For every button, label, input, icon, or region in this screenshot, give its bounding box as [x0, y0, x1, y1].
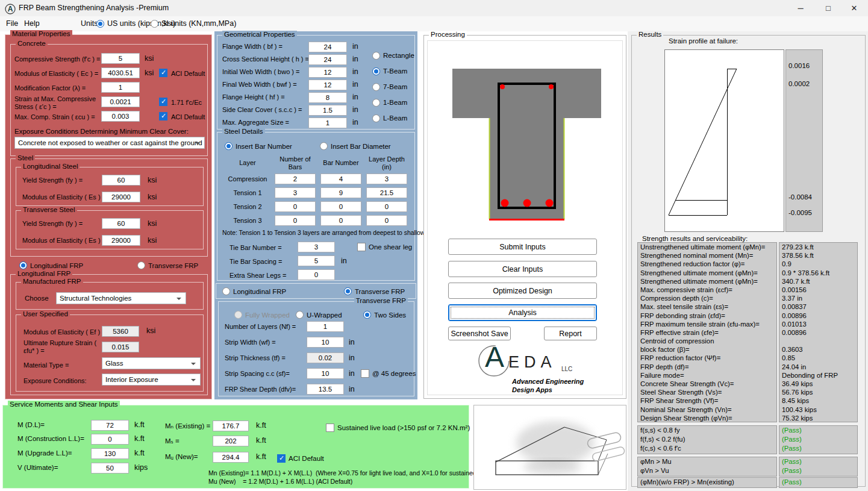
check-label: φMn > Mu [638, 457, 776, 466]
transverse-frp-radio[interactable] [344, 287, 352, 295]
moment-input[interactable]: 202 [213, 436, 249, 446]
fc-input[interactable]: 5 [101, 53, 140, 64]
beam-type-radio[interactable] [372, 114, 380, 122]
aci-default-checkbox[interactable] [277, 454, 286, 463]
geometry-input[interactable]: 1 [308, 117, 347, 128]
rebar-table-input[interactable]: 0 [275, 215, 316, 226]
transverse-frp-input[interactable]: 13.5 [307, 384, 344, 395]
geometry-input[interactable]: 24 [308, 42, 347, 52]
fy-input[interactable]: 60 [102, 218, 140, 229]
result-value: 0.3603 [779, 345, 857, 354]
insert-bar-number-radio[interactable] [225, 142, 233, 150]
rebar-table-input[interactable]: 0 [320, 201, 361, 212]
ef-input[interactable]: 5360 [102, 326, 139, 337]
es-input[interactable]: 29000 [102, 235, 140, 246]
rebar-table-input[interactable]: 0 [320, 215, 361, 226]
logo-tagline-1: Advanced Engineering [512, 378, 584, 385]
exposure-conditions-dropdown[interactable]: Concrete not exposed to weather or cast … [14, 137, 205, 149]
optimized-design-button[interactable]: Optimized Design [448, 283, 597, 299]
geometry-input[interactable]: 12 [308, 67, 347, 78]
result-value: 340.7 k.ft [779, 277, 857, 286]
insert-bar-number-label: Insert Bar Number [236, 143, 292, 150]
tie-bar-spacing-input[interactable]: 5 [298, 255, 335, 266]
field-label: Final Web Width ( bwf ) = [222, 81, 297, 88]
geometry-input[interactable]: 24 [308, 54, 347, 65]
aci-default-checkbox[interactable] [159, 112, 167, 120]
insert-bar-diameter-radio[interactable] [320, 142, 328, 150]
transverse-frp-input[interactable]: 10 [307, 368, 344, 379]
submit-inputs-button[interactable]: Submit Inputs [448, 239, 597, 255]
beam-type-radio[interactable] [372, 52, 380, 60]
report-button[interactable]: Report [544, 327, 597, 340]
fy-input[interactable]: 60 [102, 175, 140, 186]
field-label: Max. Comp. Strain ( εcu ) = [14, 113, 95, 120]
beam-type-radio[interactable] [372, 83, 380, 91]
moment-input[interactable]: 0 [91, 434, 129, 445]
tie-bar-number-input[interactable]: 3 [298, 242, 335, 252]
aci-default-checkbox[interactable] [159, 69, 167, 77]
moment-input[interactable]: 294.4 [213, 452, 249, 463]
screenshot-save-button[interactable]: Screenshot Save [448, 327, 511, 340]
ec-input[interactable]: 4030.51 [101, 67, 140, 78]
geometry-input[interactable]: 1.5 [308, 105, 347, 116]
si-units-radio[interactable] [151, 20, 158, 28]
us-units-radio[interactable] [96, 20, 104, 28]
one-shear-leg-label: One shear leg [369, 243, 412, 251]
result-label: Failure mode= [638, 371, 776, 380]
geometry-input[interactable]: 12 [308, 80, 347, 90]
rebar-table-input[interactable]: 3 [366, 174, 407, 184]
transverse-frp-radio[interactable] [137, 261, 145, 269]
result-value: 0.9 [779, 260, 857, 268]
at-45-degrees-checkbox[interactable] [361, 369, 369, 378]
field-label: Modulus of Elasticity ( Es ) = [22, 193, 106, 201]
minimize-button[interactable]: ─ [787, 0, 814, 16]
one-shear-leg-checkbox[interactable] [357, 243, 366, 251]
sustained-live-load-checkbox[interactable] [326, 424, 334, 432]
es-input[interactable]: 29000 [102, 192, 140, 202]
logo-letters-eda: EDA [508, 353, 557, 372]
clear-inputs-button[interactable]: Clear Inputs [448, 261, 597, 277]
wrap-mode-radio[interactable] [234, 311, 242, 319]
longitudinal-frp-radio[interactable] [19, 261, 27, 269]
moment-input[interactable]: 72 [91, 420, 129, 431]
rebar-table-input[interactable]: 2 [275, 174, 316, 184]
transverse-frp-input[interactable]: 10 [307, 337, 344, 348]
ecu-input[interactable]: 0.003 [101, 111, 140, 122]
rebar-table-input[interactable]: 0 [366, 201, 407, 212]
moment-input[interactable]: 50 [91, 463, 129, 474]
beam-type-radio[interactable] [372, 99, 380, 107]
wrap-mode-radio[interactable] [363, 311, 371, 319]
close-button[interactable]: ✕ [840, 0, 868, 16]
material-type-dropdown[interactable]: Glass [102, 357, 201, 369]
result-label: FRP debonding strain (εfd)= [638, 311, 776, 320]
moment-input[interactable]: 176.7 [213, 421, 249, 431]
wrap-mode-radio[interactable] [296, 311, 304, 319]
fc-ec-checkbox[interactable] [159, 98, 167, 106]
strain-max-input[interactable]: 0.0021 [101, 96, 140, 107]
maximize-button[interactable]: □ [814, 0, 842, 16]
beam-type-radio[interactable] [372, 67, 380, 75]
rebar-table-input[interactable]: 4 [320, 174, 361, 184]
extra-shear-legs-input[interactable]: 0 [298, 269, 335, 280]
rebar-table-input[interactable]: 0 [366, 215, 407, 226]
geometry-input[interactable]: 8 [308, 92, 347, 103]
rebar-table-input[interactable]: 0 [275, 201, 316, 212]
transverse-frp-input[interactable]: 0.02 [307, 352, 344, 363]
frp-exposure-dropdown[interactable]: Interior Exposure [102, 374, 201, 386]
moment-input[interactable]: 130 [91, 448, 129, 459]
rebar-table-input[interactable]: 3 [275, 187, 316, 198]
rebar-table-input[interactable]: 21.5 [366, 187, 407, 198]
analysis-button[interactable]: Analysis [448, 304, 597, 321]
lambda-input[interactable]: 1 [101, 82, 140, 93]
manufactured-frp-title: Manufactured FRP [21, 278, 83, 285]
field-label: Mᵤ (New)= [165, 453, 198, 460]
transverse-frp-input[interactable]: 1 [307, 321, 344, 332]
longitudinal-frp-radio[interactable] [222, 287, 230, 295]
rebar-table-input[interactable]: 9 [320, 187, 361, 198]
beam-type-label: 1-Beam [383, 99, 407, 106]
manufactured-frp-dropdown[interactable]: Structural Technologies [56, 292, 186, 304]
menu-help[interactable]: Help [24, 19, 40, 28]
sustained-live-load-label: Sustained live load (>150 psf or 7.2 KN.… [337, 424, 470, 431]
rupture-strain-input[interactable]: 0.015 [102, 342, 139, 352]
menu-file[interactable]: File [6, 19, 18, 28]
